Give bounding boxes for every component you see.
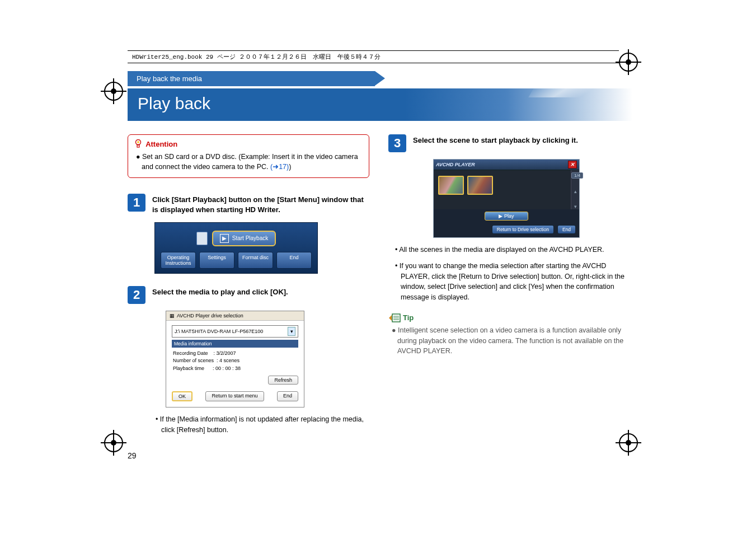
step-2-note: • If the [Media information] is not upda…: [128, 414, 369, 435]
scenes-value: : 4 scenes: [217, 358, 240, 363]
dialog-titlebar: ▦ AVCHD Player drive selection: [166, 311, 304, 321]
return-to-drive-selection-button[interactable]: Return to Drive selection: [492, 225, 554, 234]
playback-time-label: Playback time: [173, 366, 204, 371]
player-icon: ▦: [170, 313, 175, 318]
crop-cross-icon: [101, 430, 126, 456]
end-button[interactable]: End: [276, 252, 312, 269]
scene-counter: 1/4: [571, 172, 583, 179]
play-button[interactable]: ▶ Play: [485, 212, 528, 221]
tip-heading: Tip: [388, 313, 630, 323]
avchd-player-screenshot: AVCHD PLAYER ✕ 1/4 ▴ ▾: [433, 159, 630, 238]
ok-button[interactable]: OK: [172, 391, 192, 401]
avchd-title: AVCHD PLAYER: [436, 162, 475, 167]
step-2-text: Select the media to play and click [OK].: [152, 286, 288, 297]
drive-value: J:\ MATSHITA DVD-RAM LF-P567E100: [175, 329, 263, 334]
crop-cross-icon: [101, 78, 126, 104]
step-1: 1 Click [Start Playback] button on the […: [128, 194, 369, 215]
avchd-player-mock: AVCHD PLAYER ✕ 1/4 ▴ ▾: [433, 159, 580, 238]
document-icon: [196, 232, 208, 245]
svg-point-27: [111, 88, 116, 94]
page-number: 29: [128, 451, 369, 460]
dialog-title: AVCHD Player drive selection: [177, 313, 243, 318]
bulb-icon: [135, 139, 142, 148]
book-header-line: HDWriter25_eng.book 29 ページ ２００７年１２月２６日 水…: [128, 50, 619, 63]
left-column: Attention ● Set an SD card or a DVD disc…: [128, 134, 369, 460]
settings-button[interactable]: Settings: [199, 252, 234, 269]
title-shine-decoration: [528, 86, 602, 97]
rec-date-label: Recording Date: [173, 350, 208, 356]
end-button-3[interactable]: End: [557, 225, 576, 234]
attention-text-prefix: ● Set an SD card or a DVD disc. (Example…: [136, 153, 358, 171]
tip-label: Tip: [403, 313, 414, 322]
step-1-text: Click [Start Playback] button on the [St…: [152, 194, 369, 215]
drive-selection-screenshot: ▦ AVCHD Player drive selection J:\ MATSH…: [166, 311, 369, 408]
end-button-2[interactable]: End: [277, 391, 298, 401]
refresh-button[interactable]: Refresh: [268, 376, 298, 385]
chevron-down-icon: ▾: [574, 204, 577, 209]
step-3-bullet-1: • All the scenes in the media are displa…: [388, 245, 630, 255]
step-badge-3: 3: [388, 134, 406, 152]
start-menu-screenshot: ▶ Start Playback Operating Instructions …: [154, 222, 369, 274]
drive-dropdown[interactable]: J:\ MATSHITA DVD-RAM LF-P567E100 ▾: [172, 325, 298, 338]
play-icon: ▶: [220, 234, 229, 243]
start-menu-mock: ▶ Start Playback Operating Instructions …: [154, 222, 318, 274]
operating-instructions-button[interactable]: Operating Instructions: [161, 252, 196, 269]
step-3: 3 Select the scene to start playback by …: [388, 134, 630, 152]
svg-point-31: [111, 440, 116, 446]
page-title: Play back: [128, 88, 632, 121]
attention-link[interactable]: (➜17): [270, 163, 289, 171]
page-title-text: Play back: [138, 94, 210, 113]
drive-selection-mock: ▦ AVCHD Player drive selection J:\ MATSH…: [166, 311, 304, 408]
tip-body: ● Intelligent scene selection on a video…: [388, 325, 630, 357]
avchd-titlebar: AVCHD PLAYER ✕: [434, 160, 579, 170]
right-column: 3 Select the scene to start playback by …: [388, 134, 630, 460]
thumbnail-list: [434, 170, 571, 209]
attention-box: Attention ● Set an SD card or a DVD disc…: [128, 134, 369, 178]
start-playback-button[interactable]: ▶ Start Playback: [212, 231, 276, 246]
step-3-text: Select the scene to start playback by cl…: [413, 134, 578, 146]
close-icon[interactable]: ✕: [568, 161, 577, 168]
step-badge-2: 2: [128, 286, 145, 304]
media-info-header: Media information: [172, 340, 298, 348]
format-disc-button[interactable]: Format disc: [238, 252, 273, 269]
attention-label: Attention: [145, 140, 177, 148]
media-info-body: Recording Date : 3/2/2007 Number of scen…: [172, 348, 298, 376]
chevron-up-icon: ▴: [574, 189, 577, 194]
scrollbar[interactable]: 1/4 ▴ ▾: [571, 170, 579, 209]
step-3-bullet-2: • If you want to change the media select…: [388, 261, 630, 303]
tip-icon: [388, 313, 401, 323]
return-to-start-menu-button[interactable]: Return to start menu: [205, 391, 264, 401]
scene-thumbnail-2[interactable]: [467, 176, 493, 195]
playback-time-value: : 00 : 00 : 38: [213, 366, 241, 371]
attention-body: ● Set an SD card or a DVD disc. (Example…: [135, 152, 362, 172]
page-content: HDWriter25_eng.book 29 ページ ２００７年１２月２６日 水…: [128, 50, 631, 460]
scene-thumbnail-1[interactable]: [438, 176, 464, 195]
step-2: 2 Select the media to play and click [OK…: [128, 286, 369, 304]
svg-point-41: [137, 141, 139, 143]
start-playback-label: Start Playback: [232, 235, 268, 241]
attention-heading: Attention: [135, 139, 362, 148]
scenes-label: Number of scenes: [173, 358, 214, 363]
rec-date-value: : 3/2/2007: [214, 350, 236, 356]
chevron-down-icon: ▾: [288, 327, 295, 336]
breadcrumb: Play back the media: [128, 71, 375, 86]
svg-rect-42: [137, 145, 139, 147]
attention-text-suffix: ): [289, 163, 291, 171]
step-badge-1: 1: [128, 194, 145, 212]
